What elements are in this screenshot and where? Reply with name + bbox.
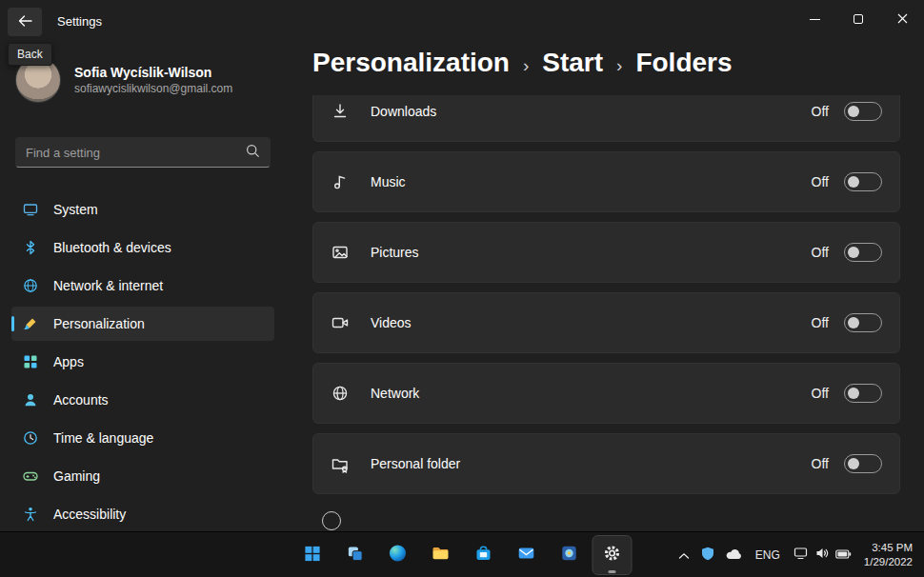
folder-row-personal-folder: Personal folder Off xyxy=(312,433,900,494)
search-input[interactable] xyxy=(26,146,246,160)
toggle-state-label: Off xyxy=(812,456,829,471)
breadcrumb-start[interactable]: Start xyxy=(542,48,603,78)
folder-row-downloads: Downloads Off xyxy=(312,95,900,142)
folder-row-label: Network xyxy=(371,386,812,401)
sidebar-item-bluetooth-devices[interactable]: Bluetooth & devices xyxy=(11,230,274,265)
task-view-button[interactable] xyxy=(336,536,374,574)
breadcrumb-chevron-icon: › xyxy=(523,50,529,76)
sidebar-item-apps[interactable]: Apps xyxy=(11,345,274,379)
network-toggle[interactable] xyxy=(844,384,882,403)
back-arrow-icon xyxy=(18,13,32,30)
mail-icon xyxy=(517,544,536,567)
accessibility-person-icon xyxy=(23,507,38,522)
taskbar: ENG 3:45 PM 1/29/2022 xyxy=(0,531,924,577)
sidebar-item-label: Accessibility xyxy=(53,507,126,522)
sidebar: Sofia Wycíslik-Wilson sofiawycislikwilso… xyxy=(0,38,286,531)
sidebar-item-personalization[interactable]: Personalization xyxy=(11,307,274,341)
selected-indicator xyxy=(11,316,14,331)
toggle-state-label: Off xyxy=(812,386,829,401)
videos-icon xyxy=(331,313,350,332)
bluetooth-icon xyxy=(23,240,38,255)
clock-icon xyxy=(23,430,38,446)
tray-overflow-button[interactable] xyxy=(673,538,694,572)
music-toggle[interactable] xyxy=(844,172,882,191)
folder-row-music: Music Off xyxy=(312,151,900,212)
personalization-icon xyxy=(23,316,38,331)
apps-icon xyxy=(23,354,38,369)
sidebar-item-label: Accounts xyxy=(53,392,109,408)
content-pane: Personalization › Start › Folders Downlo… xyxy=(312,38,900,531)
music-icon xyxy=(331,172,350,191)
maximize-button[interactable] xyxy=(836,0,880,38)
sidebar-item-system[interactable]: System xyxy=(11,192,274,227)
sidebar-item-accounts[interactable]: Accounts xyxy=(11,383,274,417)
back-button[interactable] xyxy=(8,8,42,36)
folder-row-label: Personal folder xyxy=(371,456,812,471)
minimize-button[interactable] xyxy=(793,0,836,38)
settings-app-button-active[interactable] xyxy=(593,536,632,574)
folder-row-label: Videos xyxy=(371,315,812,330)
file-explorer-icon xyxy=(432,544,451,567)
battery-icon xyxy=(835,547,852,564)
language-indicator[interactable]: ENG xyxy=(749,538,787,572)
cloud-icon xyxy=(726,547,742,564)
edge-icon xyxy=(389,544,408,567)
taskbar-center-icons xyxy=(293,532,632,577)
shield-icon xyxy=(701,547,714,565)
folder-row-label: Downloads xyxy=(371,104,812,119)
system-tray: ENG 3:45 PM 1/29/2022 xyxy=(673,532,918,577)
volume-icon xyxy=(815,547,830,564)
toggle-state-label: Off xyxy=(812,104,829,119)
sidebar-item-time-language[interactable]: Time & language xyxy=(11,421,274,455)
sidebar-item-gaming[interactable]: Gaming xyxy=(11,459,274,493)
minimize-icon xyxy=(810,19,820,20)
chevron-up-icon xyxy=(678,547,690,564)
windows-logo-icon xyxy=(303,545,321,567)
pictures-toggle[interactable] xyxy=(844,243,882,262)
folder-row-pictures: Pictures Off xyxy=(312,222,900,283)
sidebar-nav: System Bluetooth & devices Network & int… xyxy=(11,192,274,531)
folders-list: Downloads Off Music Off Pictures Off Vid… xyxy=(312,95,900,531)
photos-button[interactable] xyxy=(551,536,589,574)
folder-row-label: Music xyxy=(371,174,812,189)
edge-browser-button[interactable] xyxy=(379,536,417,574)
sidebar-item-label: Time & language xyxy=(53,430,153,446)
breadcrumb-personalization[interactable]: Personalization xyxy=(312,48,510,78)
sidebar-item-accessibility[interactable]: Accessibility xyxy=(11,497,274,531)
user-name: Sofia Wycíslik-Wilson xyxy=(74,64,232,81)
mail-button[interactable] xyxy=(508,536,546,574)
personal-folder-icon xyxy=(331,454,350,473)
game-controller-icon xyxy=(23,468,38,484)
network-status-icon xyxy=(793,547,810,564)
breadcrumb: Personalization › Start › Folders xyxy=(312,48,900,78)
maximize-icon xyxy=(854,14,863,24)
toggle-knob xyxy=(848,247,859,258)
sidebar-item-label: System xyxy=(53,202,98,217)
toggle-state-label: Off xyxy=(812,245,829,260)
personal-folder-toggle[interactable] xyxy=(844,454,882,473)
globe-icon xyxy=(23,278,38,293)
breadcrumb-chevron-icon: › xyxy=(616,50,622,76)
downloads-icon xyxy=(331,102,350,121)
folder-row-videos: Videos Off xyxy=(312,292,900,353)
file-explorer-button[interactable] xyxy=(422,536,460,574)
videos-toggle[interactable] xyxy=(844,313,882,332)
quick-settings-button[interactable] xyxy=(789,538,856,572)
downloads-toggle[interactable] xyxy=(844,102,882,121)
window-title: Settings xyxy=(57,14,102,29)
security-shield-button[interactable] xyxy=(696,538,719,572)
sidebar-item-network-internet[interactable]: Network & internet xyxy=(11,269,274,303)
onedrive-button[interactable] xyxy=(721,538,747,572)
partially-visible-next-item-icon xyxy=(322,511,341,530)
photos-icon xyxy=(560,544,579,567)
person-icon xyxy=(23,392,38,408)
close-button[interactable] xyxy=(880,0,924,38)
microsoft-store-button[interactable] xyxy=(465,536,503,574)
sidebar-item-label: Apps xyxy=(53,354,84,369)
folder-row-label: Pictures xyxy=(371,245,812,260)
start-button[interactable] xyxy=(293,536,331,574)
breadcrumb-current-folders: Folders xyxy=(635,48,732,78)
settings-search-box[interactable] xyxy=(15,137,271,168)
folder-row-network: Network Off xyxy=(312,363,900,424)
clock[interactable]: 3:45 PM 1/29/2022 xyxy=(858,541,918,569)
